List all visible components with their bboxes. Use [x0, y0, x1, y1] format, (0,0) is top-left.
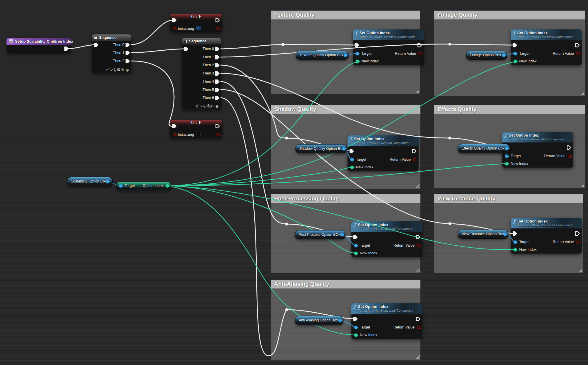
exec-out-pin[interactable] [575, 43, 580, 47]
bool-in-pin[interactable] [173, 27, 176, 30]
exec-out-pin[interactable] [412, 149, 417, 153]
object-out-pin[interactable] [505, 147, 508, 150]
object-out-pin[interactable] [503, 233, 507, 236]
set-option-index-node-post-processing[interactable]: ƒ Set Option Index Target is UINav Horiz… [351, 221, 422, 257]
new-index-in-pin[interactable] [356, 60, 359, 63]
object-out-pin[interactable] [106, 180, 109, 183]
comment-title[interactable]: Foliage Quality [434, 11, 585, 19]
getter-texture-quality-option-box[interactable]: Texture Quality Option Box [296, 51, 349, 60]
exec-out-pin-then4[interactable] [215, 79, 220, 84]
object-out-pin[interactable] [502, 54, 505, 57]
exec-out-pin-then1[interactable] [215, 55, 220, 59]
return-value-pin[interactable] [413, 158, 416, 161]
set-option-index-node-texture[interactable]: ƒ Set Option Index Target is UINav Horiz… [353, 29, 424, 65]
comment-title[interactable]: Effects Quality [434, 105, 585, 114]
exec-out-pin[interactable] [416, 235, 420, 239]
exec-out-pin[interactable] [575, 231, 580, 236]
exec-out-pin-then3[interactable] [215, 71, 220, 76]
bool-out-pin[interactable] [216, 133, 220, 136]
resize-handle-icon[interactable] [578, 268, 582, 272]
set-option-index-node-shadow[interactable]: ƒ Set Option Index Target is UINav Horiz… [348, 135, 419, 171]
return-value-pin[interactable] [417, 326, 420, 329]
resize-handle-icon[interactable] [416, 268, 420, 272]
exec-out-pin-then0[interactable] [126, 43, 130, 47]
set-option-index-node-anti-aliasing[interactable]: ƒ Set Option Index Target is UINav Horiz… [351, 303, 422, 339]
getter-post-process-option-box[interactable]: Post Process Option BOx [295, 230, 345, 239]
set-option-index-node-foliage[interactable]: ƒ Set Option Index Target is UINav Horiz… [511, 29, 582, 65]
exec-out-pin[interactable] [567, 145, 571, 150]
get-option-index-node[interactable]: Target Option Index [116, 182, 171, 190]
exec-in-pin[interactable] [355, 43, 359, 47]
comment-title[interactable]: View Distance Quality [434, 194, 583, 203]
exec-out-pin-then1[interactable] [126, 51, 130, 55]
initializing-checkbox[interactable] [196, 132, 201, 136]
set-node-initializing-true[interactable]: セット Initializing ✓ [170, 14, 222, 32]
exec-out-pin-then6[interactable] [215, 96, 220, 100]
target-in-pin[interactable] [505, 155, 508, 158]
add-pin-button[interactable]: ピンを追加 ⊕ [106, 67, 129, 72]
exec-in-pin[interactable] [184, 47, 188, 51]
event-node-setup-scalability[interactable]: Setup Scalability Children Index [6, 38, 71, 53]
exec-out-pin[interactable] [416, 317, 420, 321]
bool-out-pin[interactable] [216, 27, 220, 30]
initializing-checkbox[interactable]: ✓ [196, 26, 201, 30]
object-out-pin[interactable] [338, 319, 342, 322]
exec-in-pin[interactable] [353, 317, 358, 321]
target-in-pin[interactable] [354, 244, 358, 247]
object-out-pin[interactable] [340, 233, 344, 236]
new-index-in-pin[interactable] [350, 166, 354, 169]
exec-in-pin[interactable] [350, 149, 354, 153]
bool-in-pin[interactable] [173, 133, 176, 136]
target-in-pin[interactable] [350, 158, 354, 161]
getter-effects-quality-option-box[interactable]: Effects Quality Option Box [458, 144, 510, 153]
object-out-pin[interactable] [344, 54, 347, 57]
getter-view-distance-option-box[interactable]: View Distance Option Box [458, 230, 508, 239]
target-in-pin[interactable] [514, 52, 517, 55]
exec-out-pin[interactable] [64, 47, 69, 51]
comment-title[interactable]: Shadow Quality [271, 105, 420, 114]
blueprint-canvas[interactable]: Texture Quality Foliage Quality Shadow Q… [0, 0, 588, 365]
comment-title[interactable]: Anti-Aliasing Quality [271, 280, 420, 288]
sequence-node-small[interactable]: ⇉ Sequence Then 0 Then 1 Then 2 ピンを追加 ⊕ [92, 34, 131, 73]
getter-shadow-quality-option-box[interactable]: Shadow Quality Option Box [295, 144, 347, 153]
comment-title[interactable]: Post-Processing Quality [271, 194, 420, 203]
getter-scalability-option-box[interactable]: Scalability Option Box [67, 177, 113, 186]
return-value-pin[interactable] [417, 244, 420, 247]
resize-handle-icon[interactable] [580, 91, 584, 95]
exec-in-pin[interactable] [513, 231, 517, 236]
new-index-in-pin[interactable] [514, 60, 517, 63]
exec-out-pin-then5[interactable] [215, 88, 220, 92]
exec-out-pin-then2[interactable] [215, 63, 220, 67]
option-index-out-pin[interactable] [166, 184, 169, 188]
add-pin-button[interactable]: ピンを追加 ⊕ [196, 104, 219, 109]
resize-handle-icon[interactable] [416, 184, 420, 188]
getter-foliage-option-box[interactable]: Foliage Option Box [466, 51, 507, 60]
sequence-node-large[interactable]: ⇉ Sequence Then 0 Then 1 Then 2 Then 3 T… [182, 38, 221, 110]
exec-out-pin[interactable] [417, 43, 422, 47]
resize-handle-icon[interactable] [415, 89, 419, 93]
resize-handle-icon[interactable] [416, 355, 420, 359]
resize-handle-icon[interactable] [580, 183, 584, 187]
exec-out-pin-then2[interactable] [126, 59, 130, 63]
return-value-pin[interactable] [568, 155, 571, 158]
target-in-pin[interactable] [514, 240, 517, 244]
return-value-pin[interactable] [576, 240, 579, 244]
target-in-pin[interactable] [354, 326, 358, 329]
exec-out-pin-then0[interactable] [215, 47, 220, 51]
exec-in-pin[interactable] [513, 43, 517, 47]
target-in-pin[interactable] [356, 52, 359, 55]
return-value-pin[interactable] [418, 52, 422, 55]
exec-in-pin[interactable] [353, 235, 358, 239]
getter-anti-aliasing-option-box[interactable]: Anti Aliasing Option Box [295, 316, 343, 325]
new-index-in-pin[interactable] [514, 248, 517, 251]
set-option-index-node-view-distance[interactable]: ƒ Set Option Index Target is UINav Horiz… [511, 218, 582, 254]
exec-in-pin[interactable] [94, 43, 98, 47]
new-index-in-pin[interactable] [354, 252, 358, 255]
comment-title[interactable]: Texture Quality [271, 11, 420, 19]
new-index-in-pin[interactable] [505, 162, 508, 165]
set-option-index-node-effects[interactable]: ƒ Set Option Index Target is UINav Horiz… [502, 132, 573, 168]
target-in-pin[interactable] [119, 184, 122, 188]
object-out-pin[interactable] [342, 147, 345, 150]
new-index-in-pin[interactable] [354, 334, 358, 337]
set-node-initializing-false[interactable]: セット Initializing [170, 120, 222, 138]
